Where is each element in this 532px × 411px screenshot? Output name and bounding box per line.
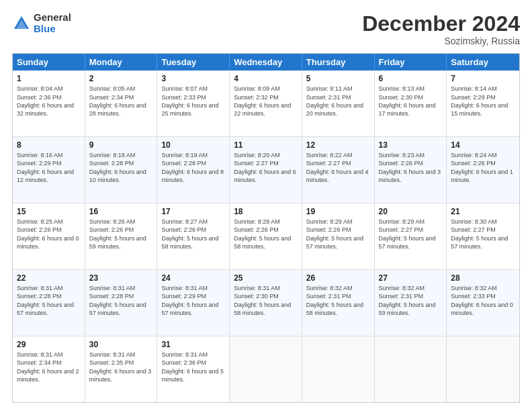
- day-info: Sunrise: 8:18 AMSunset: 2:28 PMDaylight:…: [89, 151, 153, 184]
- day-number: 22: [17, 273, 81, 283]
- logo-icon: [12, 14, 31, 33]
- calendar-cell: 14Sunrise: 8:24 AMSunset: 2:26 PMDayligh…: [447, 137, 519, 203]
- calendar-cell: 15Sunrise: 8:25 AMSunset: 2:26 PMDayligh…: [13, 203, 85, 269]
- calendar-cell: 26Sunrise: 8:32 AMSunset: 2:31 PMDayligh…: [302, 270, 375, 336]
- day-number: 28: [451, 273, 515, 283]
- day-number: 15: [17, 206, 81, 217]
- day-info: Sunrise: 8:31 AMSunset: 2:30 PMDaylight:…: [234, 284, 298, 317]
- calendar-cell: 17Sunrise: 8:27 AMSunset: 2:26 PMDayligh…: [157, 203, 230, 269]
- day-info: Sunrise: 8:25 AMSunset: 2:26 PMDaylight:…: [17, 218, 81, 250]
- day-info: Sunrise: 8:11 AMSunset: 2:31 PMDaylight:…: [306, 85, 370, 118]
- day-number: 4: [234, 73, 298, 84]
- day-number: 17: [161, 206, 225, 217]
- calendar-cell: 31Sunrise: 8:31 AMSunset: 2:36 PMDayligh…: [157, 336, 230, 402]
- day-info: Sunrise: 8:31 AMSunset: 2:29 PMDaylight:…: [161, 284, 225, 317]
- calendar: SundayMondayTuesdayWednesdayThursdayFrid…: [12, 53, 520, 403]
- calendar-cell: 8Sunrise: 8:16 AMSunset: 2:29 PMDaylight…: [13, 137, 85, 203]
- day-info: Sunrise: 8:23 AMSunset: 2:26 PMDaylight:…: [379, 151, 443, 184]
- logo-general: General: [34, 12, 71, 24]
- day-info: Sunrise: 8:31 AMSunset: 2:34 PMDaylight:…: [17, 351, 81, 383]
- day-info: Sunrise: 8:05 AMSunset: 2:34 PMDaylight:…: [89, 85, 153, 118]
- header-day-thursday: Thursday: [302, 54, 375, 71]
- calendar-cell: 6Sunrise: 8:13 AMSunset: 2:30 PMDaylight…: [375, 71, 447, 136]
- calendar-cell: 29Sunrise: 8:31 AMSunset: 2:34 PMDayligh…: [13, 336, 85, 402]
- calendar-cell: [375, 336, 447, 402]
- calendar-cell: 13Sunrise: 8:23 AMSunset: 2:26 PMDayligh…: [375, 137, 447, 203]
- calendar-cell: 7Sunrise: 8:14 AMSunset: 2:29 PMDaylight…: [447, 71, 519, 136]
- day-info: Sunrise: 8:24 AMSunset: 2:26 PMDaylight:…: [451, 151, 515, 184]
- header-day-saturday: Saturday: [447, 54, 519, 71]
- day-number: 8: [17, 140, 81, 150]
- day-number: 7: [451, 73, 515, 84]
- day-number: 21: [451, 206, 515, 217]
- day-number: 20: [379, 206, 443, 217]
- day-info: Sunrise: 8:19 AMSunset: 2:28 PMDaylight:…: [161, 151, 225, 184]
- calendar-cell: [302, 336, 375, 402]
- title-block: December 2024 Sozimskiy, Russia: [362, 12, 520, 46]
- day-number: 13: [379, 140, 443, 150]
- calendar-cell: 11Sunrise: 8:20 AMSunset: 2:27 PMDayligh…: [230, 137, 302, 203]
- calendar-row-2: 8Sunrise: 8:16 AMSunset: 2:29 PMDaylight…: [13, 137, 519, 203]
- logo-blue: Blue: [34, 24, 71, 35]
- day-number: 23: [89, 273, 153, 283]
- day-number: 10: [161, 140, 225, 150]
- day-info: Sunrise: 8:29 AMSunset: 2:26 PMDaylight:…: [306, 218, 370, 250]
- calendar-cell: 16Sunrise: 8:26 AMSunset: 2:26 PMDayligh…: [85, 203, 158, 269]
- calendar-cell: 28Sunrise: 8:32 AMSunset: 2:33 PMDayligh…: [447, 270, 519, 336]
- calendar-row-3: 15Sunrise: 8:25 AMSunset: 2:26 PMDayligh…: [13, 203, 519, 270]
- day-number: 14: [451, 140, 515, 150]
- day-number: 27: [379, 273, 443, 283]
- day-info: Sunrise: 8:32 AMSunset: 2:33 PMDaylight:…: [451, 284, 515, 317]
- day-number: 26: [306, 273, 370, 283]
- calendar-row-1: 1Sunrise: 8:04 AMSunset: 2:36 PMDaylight…: [13, 71, 519, 137]
- day-number: 9: [89, 140, 153, 150]
- day-info: Sunrise: 8:16 AMSunset: 2:29 PMDaylight:…: [17, 151, 81, 184]
- calendar-cell: 21Sunrise: 8:30 AMSunset: 2:27 PMDayligh…: [447, 203, 519, 269]
- day-info: Sunrise: 8:32 AMSunset: 2:31 PMDaylight:…: [379, 284, 443, 317]
- day-info: Sunrise: 8:31 AMSunset: 2:36 PMDaylight:…: [161, 351, 225, 383]
- day-info: Sunrise: 8:04 AMSunset: 2:36 PMDaylight:…: [17, 85, 81, 118]
- logo-text: General Blue: [34, 12, 71, 34]
- day-info: Sunrise: 8:27 AMSunset: 2:26 PMDaylight:…: [161, 218, 225, 250]
- calendar-cell: 12Sunrise: 8:22 AMSunset: 2:27 PMDayligh…: [302, 137, 375, 203]
- day-info: Sunrise: 8:29 AMSunset: 2:27 PMDaylight:…: [379, 218, 443, 250]
- day-number: 2: [89, 73, 153, 84]
- day-info: Sunrise: 8:30 AMSunset: 2:27 PMDaylight:…: [451, 218, 515, 250]
- header-day-sunday: Sunday: [13, 54, 85, 71]
- day-number: 16: [89, 206, 153, 217]
- day-number: 12: [306, 140, 370, 150]
- calendar-cell: 22Sunrise: 8:31 AMSunset: 2:28 PMDayligh…: [13, 270, 85, 336]
- calendar-header: SundayMondayTuesdayWednesdayThursdayFrid…: [13, 54, 519, 71]
- day-info: Sunrise: 8:09 AMSunset: 2:32 PMDaylight:…: [234, 85, 298, 118]
- header-day-tuesday: Tuesday: [157, 54, 230, 71]
- day-info: Sunrise: 8:26 AMSunset: 2:26 PMDaylight:…: [89, 218, 153, 250]
- day-number: 29: [17, 339, 81, 350]
- calendar-cell: 30Sunrise: 8:31 AMSunset: 2:35 PMDayligh…: [85, 336, 158, 402]
- day-info: Sunrise: 8:22 AMSunset: 2:27 PMDaylight:…: [306, 151, 370, 184]
- day-number: 1: [17, 73, 81, 84]
- calendar-cell: 3Sunrise: 8:07 AMSunset: 2:33 PMDaylight…: [157, 71, 230, 136]
- day-info: Sunrise: 8:31 AMSunset: 2:28 PMDaylight:…: [89, 284, 153, 317]
- calendar-cell: 20Sunrise: 8:29 AMSunset: 2:27 PMDayligh…: [375, 203, 447, 269]
- day-number: 25: [234, 273, 298, 283]
- day-number: 19: [306, 206, 370, 217]
- calendar-body: 1Sunrise: 8:04 AMSunset: 2:36 PMDaylight…: [13, 71, 519, 402]
- month-title: December 2024: [362, 12, 520, 36]
- calendar-row-5: 29Sunrise: 8:31 AMSunset: 2:34 PMDayligh…: [13, 336, 519, 402]
- calendar-cell: 1Sunrise: 8:04 AMSunset: 2:36 PMDaylight…: [13, 71, 85, 136]
- calendar-cell: 25Sunrise: 8:31 AMSunset: 2:30 PMDayligh…: [230, 270, 302, 336]
- day-info: Sunrise: 8:31 AMSunset: 2:28 PMDaylight:…: [17, 284, 81, 317]
- calendar-row-4: 22Sunrise: 8:31 AMSunset: 2:28 PMDayligh…: [13, 270, 519, 336]
- calendar-cell: 19Sunrise: 8:29 AMSunset: 2:26 PMDayligh…: [302, 203, 375, 269]
- calendar-cell: 10Sunrise: 8:19 AMSunset: 2:28 PMDayligh…: [157, 137, 230, 203]
- day-number: 5: [306, 73, 370, 84]
- calendar-cell: [230, 336, 302, 402]
- calendar-cell: 23Sunrise: 8:31 AMSunset: 2:28 PMDayligh…: [85, 270, 158, 336]
- calendar-cell: 9Sunrise: 8:18 AMSunset: 2:28 PMDaylight…: [85, 137, 158, 203]
- day-info: Sunrise: 8:31 AMSunset: 2:35 PMDaylight:…: [89, 351, 153, 383]
- day-number: 18: [234, 206, 298, 217]
- calendar-cell: 2Sunrise: 8:05 AMSunset: 2:34 PMDaylight…: [85, 71, 158, 136]
- calendar-cell: 18Sunrise: 8:28 AMSunset: 2:26 PMDayligh…: [230, 203, 302, 269]
- calendar-cell: [447, 336, 519, 402]
- calendar-cell: 24Sunrise: 8:31 AMSunset: 2:29 PMDayligh…: [157, 270, 230, 336]
